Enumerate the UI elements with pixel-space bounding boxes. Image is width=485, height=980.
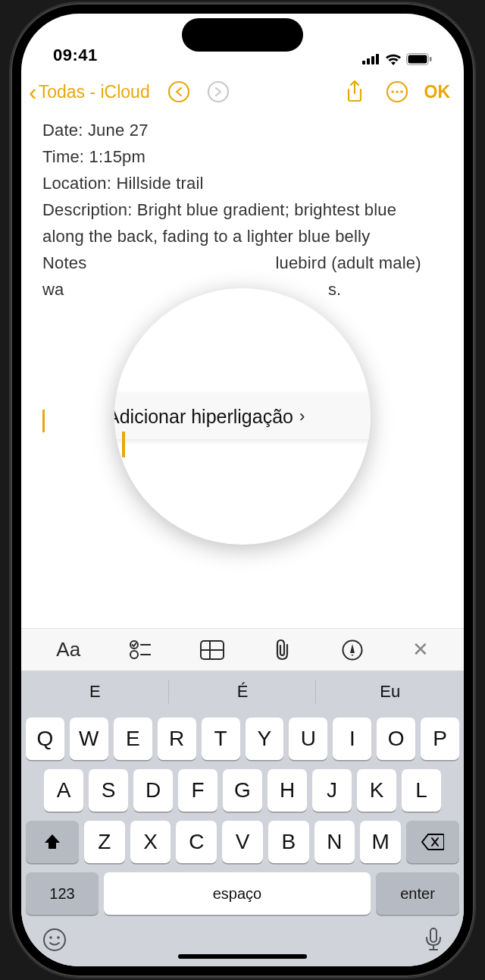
magnifier-loupe: Adicionar hiperligação › xyxy=(114,288,371,545)
attachment-button[interactable] xyxy=(273,639,293,661)
suggestion[interactable]: É xyxy=(169,671,317,713)
backspace-icon xyxy=(421,834,444,850)
text-cursor xyxy=(122,432,125,457)
svg-rect-0 xyxy=(362,61,365,64)
note-line: Date: June 27 xyxy=(42,117,443,143)
note-line: Description: Bright blue gradient; brigh… xyxy=(42,196,443,250)
svg-point-11 xyxy=(396,90,399,93)
key-enter[interactable]: enter xyxy=(376,872,459,915)
ellipsis-circle-icon xyxy=(386,80,408,103)
key-f[interactable]: F xyxy=(178,769,217,812)
svg-point-7 xyxy=(169,82,189,102)
share-icon xyxy=(345,80,365,104)
svg-rect-5 xyxy=(408,55,427,64)
key-b[interactable]: B xyxy=(268,821,309,863)
key-r[interactable]: R xyxy=(158,718,196,760)
suggestion[interactable]: Eu xyxy=(316,671,464,713)
key-q[interactable]: Q xyxy=(26,718,64,760)
note-line: Time: 1:15pm xyxy=(42,143,443,170)
close-format-bar-button[interactable]: ✕ xyxy=(412,638,429,661)
key-s[interactable]: S xyxy=(89,769,128,812)
key-numbers[interactable]: 123 xyxy=(26,872,99,915)
key-j[interactable]: J xyxy=(312,769,352,812)
key-h[interactable]: H xyxy=(268,769,307,812)
suggestion[interactable]: E xyxy=(21,671,169,713)
dictation-button[interactable] xyxy=(424,927,443,953)
key-t[interactable]: T xyxy=(202,718,240,760)
cellular-icon xyxy=(362,54,380,64)
svg-rect-6 xyxy=(430,57,432,61)
key-n[interactable]: N xyxy=(314,821,355,863)
checklist-button[interactable] xyxy=(130,640,151,660)
key-space[interactable]: espaço xyxy=(104,872,371,915)
key-k[interactable]: K xyxy=(357,769,396,812)
text-cursor xyxy=(42,410,45,432)
wifi-icon xyxy=(385,53,402,65)
key-backspace[interactable] xyxy=(406,821,459,863)
format-toolbar: Aa ✕ xyxy=(21,628,464,671)
key-p[interactable]: P xyxy=(421,718,459,760)
back-label: Todas - iCloud xyxy=(39,82,150,102)
svg-point-10 xyxy=(391,90,394,93)
undo-icon xyxy=(167,80,190,103)
key-c[interactable]: C xyxy=(176,821,217,863)
key-u[interactable]: U xyxy=(289,718,327,760)
share-button[interactable] xyxy=(335,80,374,104)
key-w[interactable]: W xyxy=(70,718,108,760)
nav-toolbar: ‹ Todas - iCloud OK xyxy=(21,70,464,114)
status-time: 09:41 xyxy=(53,46,98,65)
chevron-right-icon[interactable]: › xyxy=(299,407,305,426)
key-i[interactable]: I xyxy=(333,718,371,760)
key-g[interactable]: G xyxy=(223,769,262,812)
add-link-menu-item[interactable]: Adicionar hiperligação xyxy=(114,406,293,428)
emoji-button[interactable] xyxy=(42,928,67,952)
svg-rect-1 xyxy=(367,58,370,64)
svg-point-23 xyxy=(57,936,60,939)
back-button[interactable]: ‹ Todas - iCloud xyxy=(29,80,150,104)
keyboard: E É Eu Q W E R T Y U I O P A S D F G xyxy=(21,671,464,966)
markup-button[interactable] xyxy=(342,639,363,661)
redo-button xyxy=(199,80,238,103)
svg-rect-3 xyxy=(376,54,379,64)
dynamic-island xyxy=(182,18,303,52)
screen: 09:41 ‹ Todas - iCloud xyxy=(21,14,464,966)
key-shift[interactable] xyxy=(26,821,79,863)
key-e[interactable]: E xyxy=(114,718,152,760)
key-y[interactable]: Y xyxy=(246,718,284,760)
chevron-left-icon: ‹ xyxy=(29,80,37,104)
note-line: Notes __________________b luebird (adult… xyxy=(42,250,443,276)
key-v[interactable]: V xyxy=(222,821,263,863)
redo-icon xyxy=(207,80,230,103)
key-m[interactable]: M xyxy=(360,821,401,863)
suggestion-bar: E É Eu xyxy=(21,671,464,713)
context-menu: Adicionar hiperligação › xyxy=(114,394,371,439)
key-l[interactable]: L xyxy=(402,769,441,812)
more-button[interactable] xyxy=(377,80,417,103)
svg-point-15 xyxy=(130,651,138,658)
battery-icon xyxy=(406,53,432,65)
key-x[interactable]: X xyxy=(130,821,171,863)
svg-point-8 xyxy=(208,82,228,102)
svg-rect-2 xyxy=(371,56,374,64)
key-o[interactable]: O xyxy=(377,718,415,760)
text-format-button[interactable]: Aa xyxy=(56,638,80,661)
note-line: Location: Hillside trail xyxy=(42,170,443,196)
table-button[interactable] xyxy=(200,640,224,660)
shift-icon xyxy=(43,833,61,851)
home-indicator[interactable] xyxy=(178,954,307,959)
undo-button[interactable] xyxy=(159,80,199,103)
status-icons xyxy=(362,53,432,65)
key-d[interactable]: D xyxy=(133,769,173,812)
svg-point-12 xyxy=(400,90,403,93)
key-a[interactable]: A xyxy=(44,769,83,812)
phone-frame: 09:41 ‹ Todas - iCloud xyxy=(11,3,474,977)
svg-point-22 xyxy=(49,936,52,939)
done-button[interactable]: OK xyxy=(424,82,451,102)
svg-point-21 xyxy=(44,929,65,950)
key-z[interactable]: Z xyxy=(84,821,125,863)
svg-rect-24 xyxy=(430,928,436,942)
